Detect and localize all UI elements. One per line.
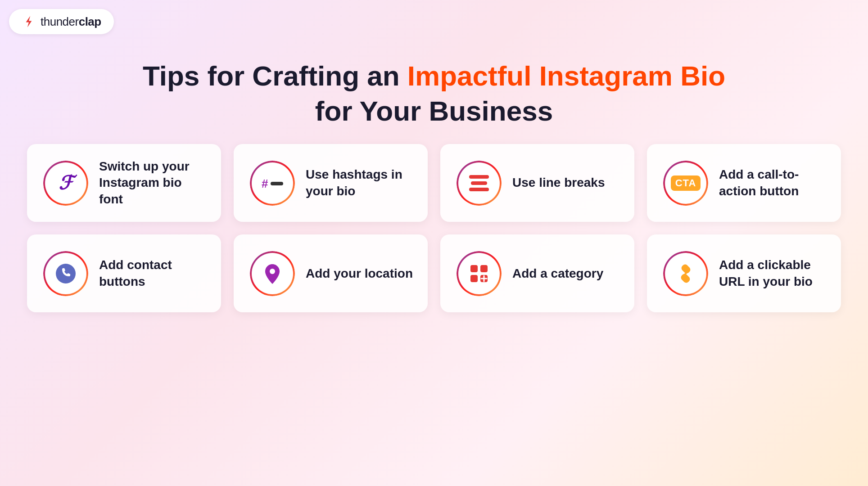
card-contact-label: Add contact buttons [99, 257, 208, 290]
card-contact-icon [46, 254, 86, 293]
title-line2: for Your Business [315, 95, 553, 126]
logo-text: thunderclap [41, 15, 101, 29]
card-line-breaks-label: Use line breaks [512, 175, 605, 191]
grid-icon-svg [468, 262, 490, 285]
card-bio-font-icon: ℱ [46, 163, 86, 203]
cta-badge: CTA [671, 176, 701, 191]
svg-rect-7 [470, 275, 478, 282]
svg-rect-5 [470, 265, 478, 272]
card-location-label: Add your location [306, 266, 413, 282]
location-icon-svg [262, 262, 282, 285]
svg-rect-2 [271, 182, 283, 185]
card-contact-icon-wrapper [43, 251, 88, 296]
card-url-label: Add a clickable URL in your bio [719, 257, 828, 290]
card-cta: CTA Add a call-to-action button [647, 144, 841, 222]
card-url-icon [666, 254, 705, 293]
card-location-icon-wrapper [250, 251, 295, 296]
thunderclap-logo-icon [22, 14, 36, 29]
card-cta-label: Add a call-to-action button [719, 166, 828, 199]
card-location: Add your location [234, 234, 428, 312]
svg-marker-0 [26, 16, 32, 27]
card-bio-font-icon-wrapper: ℱ [43, 161, 88, 206]
card-category-label: Add a category [512, 266, 603, 282]
card-category-icon [459, 254, 499, 293]
svg-point-4 [270, 269, 275, 274]
card-hashtags-icon-wrapper: # [250, 161, 295, 206]
card-url: Add a clickable URL in your bio [647, 234, 841, 312]
link-icon-svg [674, 262, 697, 285]
card-category: Add a category [440, 234, 634, 312]
title-line1-plain: Tips for Crafting an [143, 60, 407, 91]
card-hashtags-label: Use hashtags in your bio [306, 166, 415, 199]
card-bio-font: ℱ Switch up your Instagram bio font [27, 144, 221, 222]
card-contact: Add contact buttons [27, 234, 221, 312]
card-hashtags-icon: # [253, 163, 292, 203]
card-line-breaks-icon [459, 163, 499, 203]
card-category-icon-wrapper [457, 251, 502, 296]
logo: thunderclap [9, 9, 114, 34]
card-cta-icon-wrapper: CTA [663, 161, 708, 206]
svg-text:#: # [262, 177, 268, 190]
main-title: Tips for Crafting an Impactful Instagram… [0, 58, 868, 128]
cards-grid: ℱ Switch up your Instagram bio font # Us… [18, 144, 850, 312]
card-location-icon [253, 254, 292, 293]
svg-rect-6 [480, 265, 488, 272]
card-url-icon-wrapper [663, 251, 708, 296]
hashtag-icon-svg: # [261, 174, 284, 192]
phone-icon-svg [55, 263, 77, 284]
card-line-breaks-icon-wrapper [457, 161, 502, 206]
card-hashtags: # Use hashtags in your bio [234, 144, 428, 222]
title-line1-highlight: Impactful Instagram Bio [407, 60, 725, 91]
card-cta-icon: CTA [666, 163, 705, 203]
card-line-breaks: Use line breaks [440, 144, 634, 222]
card-bio-font-label: Switch up your Instagram bio font [99, 158, 208, 207]
